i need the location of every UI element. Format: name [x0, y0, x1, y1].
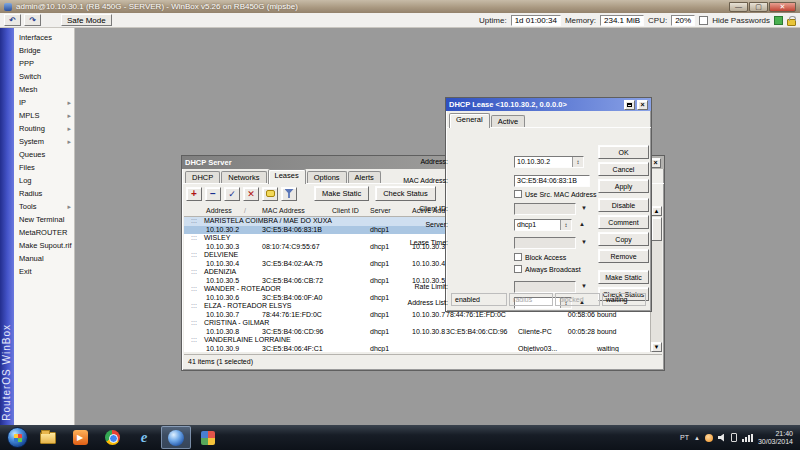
redo-button[interactable]: ↷ [24, 14, 41, 26]
sidebar-item-mpls[interactable]: MPLS▸ [14, 109, 74, 122]
main-titlebar[interactable]: admin@10.10.30.1 (RB 450G - SERVER) - Wi… [0, 0, 800, 13]
sidebar-item-mesh[interactable]: Mesh [14, 83, 74, 96]
sidebar-item-queues[interactable]: Queues [14, 148, 74, 161]
sidebar-item-interfaces[interactable]: Interfaces [14, 31, 74, 44]
cpu-label: CPU: [648, 16, 667, 25]
sidebar-item-new-terminal[interactable]: New Terminal [14, 213, 74, 226]
sidebar-item-ppp[interactable]: PPP [14, 57, 74, 70]
taskbar-internet-explorer-button[interactable]: e [129, 426, 159, 449]
sidebar-item-metarouter[interactable]: MetaROUTER [14, 226, 74, 239]
client-id-input[interactable] [514, 203, 576, 215]
sidebar-item-label: Exit [19, 267, 32, 276]
scroll-up-icon[interactable]: ▲ [651, 206, 662, 216]
lease-dialog-titlebar[interactable]: DHCP Lease <10.10.30.2, 0.0.0.0> × [446, 98, 651, 111]
comment-button[interactable] [262, 187, 278, 201]
dialog-make-static-button[interactable]: Make Static [598, 270, 649, 284]
sidebar-item-switch[interactable]: Switch [14, 70, 74, 83]
tab-options[interactable]: Options [307, 171, 347, 184]
sidebar-item-make-supout-rif[interactable]: Make Supout.rif [14, 239, 74, 252]
lease-row[interactable]: 10.10.30.93C:E5:B4:06:4F:C1dhcp1Objetivo… [184, 345, 662, 353]
field-use-src-mac-address: Use Src. MAC Address [514, 189, 597, 199]
column-header-mac[interactable]: MAC Address [262, 207, 305, 214]
lease-close-button[interactable]: × [637, 100, 648, 110]
tab-networks[interactable]: Networks [221, 171, 266, 184]
lease-tab-general[interactable]: General [449, 113, 490, 128]
dialog-ok-button[interactable]: OK [598, 145, 649, 159]
spinner-icon[interactable]: ↕ [560, 220, 571, 230]
tab-dhcp[interactable]: DHCP [185, 171, 220, 184]
dialog-cancel-button[interactable]: Cancel [598, 162, 649, 176]
disable-button[interactable]: ✕ [243, 187, 259, 201]
rate-limit-label: Rate Limit: [415, 283, 448, 290]
lease-row[interactable]: 10.10.30.83C:E5:B4:06:CD:96dhcp110.10.30… [184, 328, 662, 337]
taskbar-media-player-button[interactable]: ▶ [65, 426, 95, 449]
sidebar-item-bridge[interactable]: Bridge [14, 44, 74, 57]
client-id-label: Client ID: [419, 205, 448, 212]
notification-icon[interactable] [705, 434, 713, 442]
enable-button[interactable]: ✓ [224, 187, 240, 201]
sidebar-item-tools[interactable]: Tools▸ [14, 200, 74, 213]
check-status-button[interactable]: Check Status [375, 186, 436, 201]
dialog-disable-button[interactable]: Disable [598, 198, 649, 212]
make-static-button[interactable]: Make Static [314, 186, 369, 201]
sidebar-item-system[interactable]: System▸ [14, 135, 74, 148]
lease-comment-row[interactable]: :::VANDERLAINE LORRAINE [184, 336, 662, 345]
column-header-server[interactable]: Server [370, 207, 391, 214]
device-icon[interactable] [731, 433, 737, 442]
tab-leases[interactable]: Leases [268, 169, 306, 184]
dropdown-arrow-icon[interactable]: ▼ [581, 239, 587, 245]
network-icon[interactable] [742, 434, 753, 442]
scroll-thumb[interactable] [651, 217, 662, 241]
column-header-address[interactable]: Address [206, 207, 232, 214]
undo-button[interactable]: ↶ [4, 14, 21, 26]
up-arrow-icon[interactable]: ▲ [579, 221, 585, 227]
clock[interactable]: 21:40 30/03/2014 [758, 430, 793, 446]
rate-limit-input[interactable] [514, 281, 576, 293]
submenu-arrow-icon: ▸ [67, 122, 71, 135]
spinner-icon[interactable]: ↕ [572, 157, 583, 167]
use-src-mac-address-checkbox[interactable] [514, 190, 522, 198]
sidebar-item-manual[interactable]: Manual [14, 252, 74, 265]
sidebar-item-ip[interactable]: IP▸ [14, 96, 74, 109]
dropdown-arrow-icon[interactable]: ▼ [581, 283, 587, 289]
lease-maximize-button[interactable] [624, 100, 635, 110]
dropdown-arrow-icon[interactable]: ▼ [581, 205, 587, 211]
safe-mode-button[interactable]: Safe Mode [61, 14, 112, 26]
taskbar-winbox-button[interactable] [161, 426, 191, 449]
sidebar-item-radius[interactable]: Radius [14, 187, 74, 200]
language-indicator[interactable]: PT [680, 434, 689, 441]
taskbar-explorer-button[interactable] [33, 426, 63, 449]
dialog-comment-button[interactable]: Comment [598, 215, 649, 229]
tab-alerts[interactable]: Alerts [348, 171, 381, 184]
lease-time-input[interactable] [514, 237, 576, 249]
dialog-copy-button[interactable]: Copy [598, 232, 649, 246]
block-access-checkbox[interactable] [514, 253, 522, 261]
sidebar-item-routing[interactable]: Routing▸ [14, 122, 74, 135]
maximize-button[interactable]: ▢ [749, 2, 768, 12]
address-input[interactable]: 10.10.30.2↕ [514, 156, 584, 168]
taskbar-chrome-button[interactable] [97, 426, 127, 449]
scroll-down-icon[interactable]: ▼ [651, 342, 662, 352]
sidebar-item-exit[interactable]: Exit [14, 265, 74, 278]
start-button[interactable] [7, 427, 28, 448]
hide-passwords-checkbox[interactable] [699, 16, 708, 25]
always-broadcast-checkbox[interactable] [514, 265, 522, 273]
dialog-remove-button[interactable]: Remove [598, 249, 649, 263]
remove-button[interactable]: − [205, 187, 221, 201]
volume-icon[interactable] [718, 434, 726, 442]
mac-address-input[interactable]: 3C:E5:B4:06:83:1B [514, 175, 590, 187]
server-input[interactable]: dhcp1↕ [514, 219, 572, 231]
sidebar-item-files[interactable]: Files [14, 161, 74, 174]
lease-comment-row[interactable]: :::CRISTINA - GILMAR [184, 319, 662, 328]
show-hidden-icons-icon[interactable]: ▲ [694, 435, 700, 441]
close-button[interactable]: ✕ [769, 2, 796, 12]
minimize-button[interactable]: — [729, 2, 748, 12]
sidebar-item-log[interactable]: Log [14, 174, 74, 187]
comment-prefix: ::: [191, 336, 197, 345]
cell-address: 10.10.30.9 [206, 345, 239, 353]
taskbar-desktop-gadget-button[interactable] [193, 426, 223, 449]
filter-button[interactable] [281, 187, 297, 201]
add-button[interactable]: + [186, 187, 202, 201]
dialog-apply-button[interactable]: Apply [598, 179, 649, 193]
column-header-client_id[interactable]: Client ID [332, 207, 359, 214]
